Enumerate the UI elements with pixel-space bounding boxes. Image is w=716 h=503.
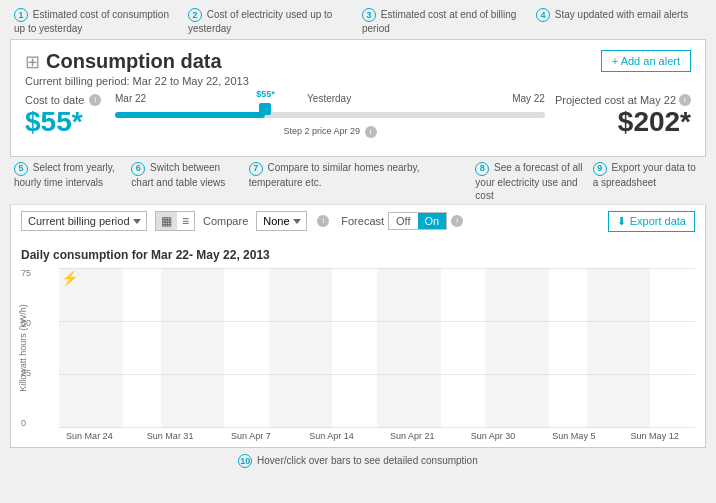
projected-cost-value: $202* (555, 106, 691, 138)
compare-info[interactable]: i (317, 215, 329, 227)
mid-annotations: 5 Select from yearly, hourly time interv… (0, 157, 716, 203)
step2-info[interactable]: i (365, 126, 377, 138)
cost-to-date-label: Cost to date (25, 94, 84, 106)
projected-info[interactable]: i (679, 94, 691, 106)
forecast-toggle: Off On (388, 212, 447, 230)
cost-to-date-section: Cost to date i $55* (25, 94, 105, 138)
panel-title: ⊞ Consumption data (25, 50, 249, 73)
date-range-slider[interactable]: Mar 22 Yesterday May 22 $55* Step 2 pric… (115, 93, 545, 138)
slider-bar[interactable]: $55* (115, 106, 545, 124)
chart-title: Daily consumption for Mar 22- May 22, 20… (21, 248, 695, 262)
annotation-8: 8 See a forecast of all your electricity… (471, 161, 588, 201)
cost-row: Cost to date i $55* Mar 22 Yesterday May… (25, 93, 691, 138)
x-label-3: Sun Apr 14 (291, 431, 372, 441)
y-tick-75: 75 (21, 268, 53, 278)
chart-container: Daily consumption for Mar 22- May 22, 20… (10, 238, 706, 448)
forecast-info[interactable]: i (451, 215, 463, 227)
table-view-button[interactable]: ≡ (177, 212, 194, 230)
toolbar: Current billing period ▦ ≡ Compare None … (10, 204, 706, 238)
y-axis: 0 25 50 75 Killowatt hours (kW/h) (21, 268, 57, 428)
callout-num-3: 3 (362, 8, 376, 22)
compare-select[interactable]: None (256, 211, 307, 231)
callout-num-2: 2 (188, 8, 202, 22)
forecast-off-button[interactable]: Off (389, 213, 417, 229)
main-panel: ⊞ Consumption data Current billing perio… (10, 39, 706, 157)
callout-num-4: 4 (536, 8, 550, 22)
x-label-7: Sun May 12 (614, 431, 695, 441)
panel-title-area: ⊞ Consumption data Current billing perio… (25, 50, 249, 87)
slider-start-label: Mar 22 (115, 93, 146, 104)
callout-num-8: 8 (475, 162, 489, 176)
forecast-on-button[interactable]: On (418, 213, 447, 229)
slider-thumb[interactable]: $55* (259, 103, 271, 115)
export-button[interactable]: ⬇ Export data (608, 211, 695, 232)
callout-num-5: 5 (14, 162, 28, 176)
projected-label: Projected cost at May 22 i (555, 94, 691, 106)
callout-num-7: 7 (249, 162, 263, 176)
slider-yesterday-label: Yesterday (307, 93, 351, 104)
cost-to-date-info[interactable]: i (89, 94, 101, 106)
callout-num-9: 9 (593, 162, 607, 176)
slider-end-label: May 22 (512, 93, 545, 104)
panel-header: ⊞ Consumption data Current billing perio… (25, 50, 691, 87)
compare-label: Compare (203, 215, 248, 227)
view-toggle: ▦ ≡ (155, 211, 195, 231)
x-label-0: Sun Mar 24 (49, 431, 130, 441)
slider-track (115, 112, 545, 118)
x-label-5: Sun Apr 30 (453, 431, 534, 441)
bars-wrapper (59, 268, 695, 428)
x-label-1: Sun Mar 31 (130, 431, 211, 441)
callout-num-6: 6 (131, 162, 145, 176)
forecast-area: Forecast Off On i (341, 212, 463, 230)
annotation-7: 7 Compare to similar homes nearby, tempe… (245, 161, 472, 201)
x-label-2: Sun Apr 7 (211, 431, 292, 441)
chart-inner[interactable]: ⚡ (59, 268, 695, 428)
annotation-9: 9 Export your data to a spreadsheet (589, 161, 706, 201)
annotation-4: 4 Stay updated with email alerts (532, 8, 706, 35)
chart-area: 0 25 50 75 Killowatt hours (kW/h) ⚡ (21, 268, 695, 428)
annotation-5: 5 Select from yearly, hourly time interv… (10, 161, 127, 201)
annotation-1: 1 Estimated cost of consumption up to ye… (10, 8, 184, 35)
x-label-4: Sun Apr 21 (372, 431, 453, 441)
slider-thumb-label: $55* (256, 89, 275, 99)
consumption-icon: ⊞ (25, 51, 40, 73)
callout-num-10: 10 (238, 454, 252, 468)
step2-label: Step 2 price Apr 29 i (115, 126, 545, 138)
annotation-2: 2 Cost of electricity used up to yesterd… (184, 8, 358, 35)
annotation-6: 6 Switch between chart and table views (127, 161, 244, 201)
forecast-label: Forecast (341, 215, 384, 227)
period-select[interactable]: Current billing period (21, 211, 147, 231)
billing-period-text: Current billing period: Mar 22 to May 22… (25, 75, 249, 87)
add-alert-button[interactable]: + Add an alert (601, 50, 691, 72)
y-axis-label: Killowatt hours (kW/h) (18, 304, 28, 392)
bottom-annotation: 10 Hover/click over bars to see detailed… (0, 454, 716, 468)
y-tick-0: 0 (21, 418, 53, 428)
panel-title-text: Consumption data (46, 50, 222, 73)
x-axis: Sun Mar 24Sun Mar 31Sun Apr 7Sun Apr 14S… (49, 431, 695, 441)
export-icon: ⬇ (617, 215, 626, 228)
top-annotations: 1 Estimated cost of consumption up to ye… (0, 0, 716, 39)
annotation-3: 3 Estimated cost at end of billing perio… (358, 8, 532, 35)
slider-fill (115, 112, 265, 118)
slider-labels: Mar 22 Yesterday May 22 (115, 93, 545, 104)
chart-view-button[interactable]: ▦ (156, 212, 177, 230)
callout-num-1: 1 (14, 8, 28, 22)
x-label-6: Sun May 5 (534, 431, 615, 441)
projected-cost-section: Projected cost at May 22 i $202* (555, 94, 691, 138)
cost-main-value: $55* (25, 106, 89, 138)
